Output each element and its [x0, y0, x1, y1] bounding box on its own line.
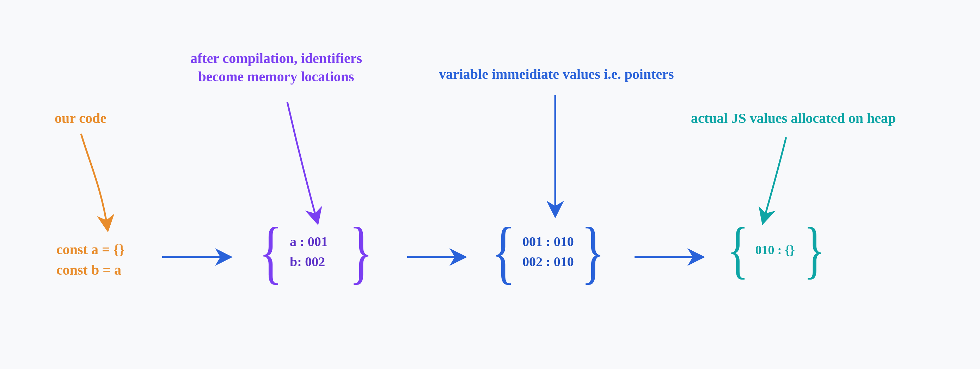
label-pointers: variable immeidiate values i.e. pointers [439, 65, 674, 84]
brace-content-identifiers: a : 001 b: 002 [288, 232, 330, 272]
label-our-code: our code [55, 109, 107, 127]
heap-010: 010 : {} [755, 241, 795, 260]
arrow-group2-to-group3 [631, 247, 712, 268]
code-line-2: const b = a [56, 260, 124, 280]
brace-content-heap: 010 : {} [753, 241, 797, 260]
brace-close-icon: } [349, 217, 372, 287]
arrow-group1-to-group2 [404, 247, 474, 268]
identifier-a: a : 001 [290, 232, 328, 252]
arrow-heap-to-group3 [744, 134, 800, 229]
arrow-our-code-to-code [74, 130, 116, 236]
pointer-002: 002 : 010 [522, 252, 574, 272]
label-heap: actual JS values allocated on heap [691, 109, 896, 127]
brace-close-icon: } [804, 218, 825, 282]
pointer-001: 001 : 010 [522, 232, 574, 252]
brace-group-pointers: { 001 : 010 002 : 010 } [487, 217, 610, 287]
brace-close-icon: } [581, 217, 605, 287]
brace-open-icon: { [259, 217, 282, 287]
code-line-1: const a = {} [56, 239, 124, 260]
arrow-compilation-to-group1 [282, 98, 339, 229]
label-compilation: after compilation, identifiers become me… [190, 49, 362, 86]
brace-content-pointers: 001 : 010 002 : 010 [520, 232, 576, 272]
brace-open-icon: { [492, 217, 515, 287]
arrow-pointers-to-group2 [536, 92, 578, 222]
identifier-b: b: 002 [290, 252, 328, 272]
arrow-code-to-group1 [159, 247, 240, 268]
code-block: const a = {} const b = a [56, 239, 124, 280]
